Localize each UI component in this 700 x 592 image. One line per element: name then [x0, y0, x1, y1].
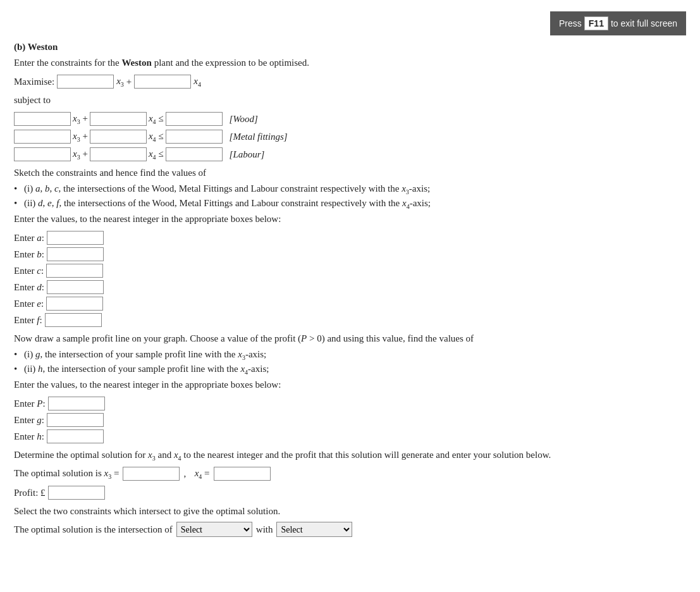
optimal-x4-label: x4 =	[190, 468, 209, 480]
plus-sym1: +	[126, 77, 132, 87]
enter-g-label: Enter g:	[14, 415, 44, 426]
optimal-comma: ,	[183, 469, 186, 479]
enter-h-row: Enter h:	[14, 429, 686, 443]
optimal-label: The optimal solution is x3 =	[14, 468, 119, 480]
input-b[interactable]	[47, 247, 104, 261]
labour-coeff-x4[interactable]	[90, 147, 147, 161]
profit-label: Profit: £	[14, 488, 46, 498]
with-label: with	[256, 524, 273, 535]
wood-rhs[interactable]	[166, 112, 223, 126]
subject-to-label: subject to	[14, 95, 686, 106]
labour-rhs[interactable]	[166, 147, 223, 161]
enter-abcdef-section: Enter a: Enter b: Enter c: Enter d: Ente…	[14, 231, 686, 327]
metal-x3: x3 +	[73, 131, 88, 143]
input-f[interactable]	[45, 313, 102, 327]
plant-name: Weston	[121, 58, 152, 68]
sketch-bullets: (i) a, b, c, the intersections of the Wo…	[14, 183, 686, 210]
bullet-i: (i) a, b, c, the intersections of the Wo…	[14, 183, 686, 195]
enter-P-row: Enter P:	[14, 397, 686, 410]
select-constraint-1[interactable]: Select Wood Metal fittings Labour	[176, 522, 252, 537]
maximise-section: Maximise: x3 + x4	[14, 75, 686, 89]
wood-x4-leq: x4 ≤	[149, 113, 164, 125]
wood-label: [Wood]	[230, 114, 258, 125]
metal-coeff-x3[interactable]	[14, 130, 71, 144]
metal-x4-leq: x4 ≤	[149, 131, 164, 143]
maximise-line: Maximise: x3 + x4	[14, 75, 686, 89]
input-a[interactable]	[47, 231, 104, 245]
input-P[interactable]	[48, 397, 105, 410]
press-label: Press	[559, 18, 582, 28]
enter-P-label: Enter P:	[14, 398, 46, 409]
enter-g-row: Enter g:	[14, 413, 686, 427]
wood-coeff-x4[interactable]	[90, 112, 147, 126]
enter-d-row: Enter d:	[14, 280, 686, 294]
select-section: Select the two constraints which interse…	[14, 506, 686, 537]
enter-c-row: Enter c:	[14, 264, 686, 278]
optimal-row: The optimal solution is x3 = , x4 =	[14, 467, 686, 481]
enter-b-row: Enter b:	[14, 247, 686, 261]
title-section: (b) Weston Enter the constraints for the…	[14, 42, 686, 68]
maximise-coeff-x3[interactable]	[57, 75, 114, 89]
input-c[interactable]	[46, 264, 103, 278]
enter-a-label: Enter a:	[14, 233, 44, 244]
wood-coeff-x3[interactable]	[14, 112, 71, 126]
input-d[interactable]	[47, 280, 104, 294]
optimal-description: Determine the optimal solution for x3 an…	[14, 450, 686, 462]
enter-c-label: Enter c:	[14, 266, 44, 276]
description-line: Enter the constraints for the Weston pla…	[14, 58, 686, 68]
profit-row: Profit: £	[14, 486, 686, 500]
constraints-section: x3 + x4 ≤ [Wood] x3 + x4 ≤ [Metal fittin…	[14, 112, 686, 161]
maximise-coeff-x4[interactable]	[134, 75, 191, 89]
input-g[interactable]	[47, 413, 104, 427]
bullet-ii: (ii) d, e, f, the intersections of the W…	[14, 198, 686, 210]
enter-h-label: Enter h:	[14, 431, 44, 442]
input-optimal-x3[interactable]	[123, 467, 180, 481]
labour-x4-leq: x4 ≤	[149, 149, 164, 161]
bullet-h: (ii) h, the intersection of your sample …	[14, 364, 686, 376]
profit-bullets: (i) g, the intersection of your sample p…	[14, 349, 686, 376]
metal-coeff-x4[interactable]	[90, 130, 147, 144]
metal-label: [Metal fittings]	[230, 132, 288, 142]
enter-f-label: Enter f:	[14, 315, 42, 326]
enter-a-row: Enter a:	[14, 231, 686, 245]
constraint-metal: x3 + x4 ≤ [Metal fittings]	[14, 130, 686, 144]
constraint-wood: x3 + x4 ≤ [Wood]	[14, 112, 686, 126]
input-h[interactable]	[47, 429, 104, 443]
section-title: (b) Weston	[14, 42, 686, 52]
profit-line-text: Now draw a sample profit line on your gr…	[14, 333, 686, 344]
labour-x3: x3 +	[73, 149, 88, 161]
input-e[interactable]	[46, 297, 103, 311]
f11-rest: to exit full screen	[611, 18, 677, 28]
x4-sym: x4	[193, 76, 201, 88]
title-bold: (b) Weston	[14, 42, 58, 52]
labour-label: [Labour]	[230, 149, 265, 160]
select-constraint-2[interactable]: Select Wood Metal fittings Labour	[276, 522, 352, 537]
enter-e-label: Enter e:	[14, 299, 44, 309]
constraint-labour: x3 + x4 ≤ [Labour]	[14, 147, 686, 161]
input-optimal-x4[interactable]	[214, 467, 271, 481]
enter-d-label: Enter d:	[14, 282, 44, 293]
input-profit[interactable]	[48, 486, 105, 500]
labour-coeff-x3[interactable]	[14, 147, 71, 161]
bullet-g: (i) g, the intersection of your sample p…	[14, 349, 686, 361]
enter-pgh-section: Enter P: Enter g: Enter h:	[14, 397, 686, 443]
maximise-label: Maximise:	[14, 77, 54, 87]
metal-rhs[interactable]	[166, 130, 223, 144]
optimal-section: Determine the optimal solution for x3 an…	[14, 450, 686, 500]
profit-line-section: Now draw a sample profit line on your gr…	[14, 333, 686, 390]
enter-e-row: Enter e:	[14, 297, 686, 311]
subject-to-section: subject to	[14, 95, 686, 106]
wood-x3: x3 +	[73, 113, 88, 125]
sketch-text: Sketch the constraints and hence find th…	[14, 168, 686, 178]
f11-banner: Press F11 to exit full screen	[550, 11, 686, 35]
sketch-section: Sketch the constraints and hence find th…	[14, 168, 686, 225]
enter-b-label: Enter b:	[14, 249, 44, 260]
enter-f-row: Enter f:	[14, 313, 686, 327]
f11-key: F11	[584, 16, 608, 30]
intersection-label: The optimal solution is the intersection…	[14, 524, 173, 535]
intersection-row: The optimal solution is the intersection…	[14, 522, 686, 537]
x3-sym: x3	[116, 76, 124, 88]
enter-values-text: Enter the values, to the nearest integer…	[14, 214, 686, 225]
select-text: Select the two constraints which interse…	[14, 506, 686, 517]
enter-values-text2: Enter the values, to the nearest integer…	[14, 379, 686, 390]
